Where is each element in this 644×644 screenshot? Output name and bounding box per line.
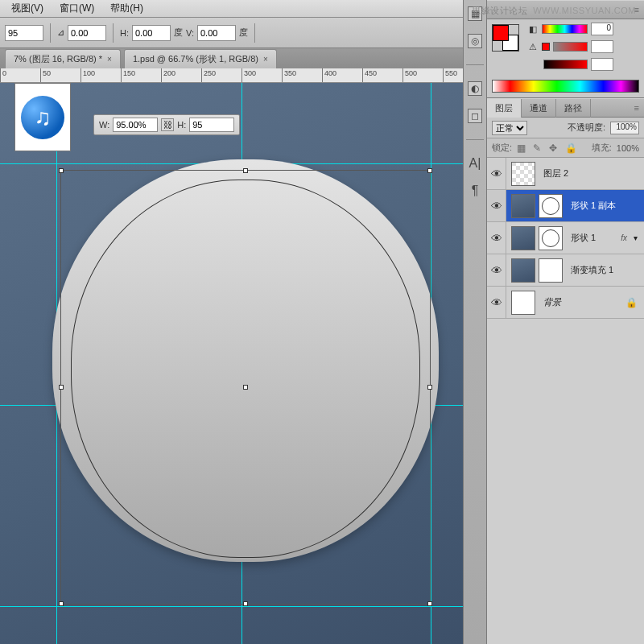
- character-panel-icon[interactable]: A|: [469, 156, 481, 171]
- chevron-down-icon[interactable]: ▾: [634, 233, 644, 242]
- tab-label: 7% (图层 16, RGB/8) *: [14, 53, 102, 65]
- hue-slider[interactable]: [542, 24, 588, 34]
- layer-row[interactable]: 👁 形状 1 fx ▾: [487, 222, 644, 254]
- paragraph-panel-icon[interactable]: ¶: [472, 184, 479, 198]
- right-panel-column: ≡ ◧ 0 ⚠ 图层: [487, 0, 644, 644]
- link-aspect-icon[interactable]: ⛓: [161, 118, 174, 131]
- layer-effects-icon[interactable]: fx: [614, 233, 634, 242]
- tab-layers[interactable]: 图层: [487, 99, 522, 118]
- h-value-input[interactable]: [189, 118, 234, 132]
- ruler-horizontal: [0, 68, 487, 83]
- layer-thumbnail[interactable]: [511, 162, 535, 186]
- panel-menu-icon[interactable]: ≡: [630, 103, 644, 113]
- h-label: H:: [120, 28, 129, 38]
- layer-row[interactable]: 👁 图层 2: [487, 158, 644, 190]
- layer-row[interactable]: 👁 形状 1 副本: [487, 190, 644, 222]
- doc-tab-1[interactable]: 7% (图层 16, RGB/8) * ×: [5, 49, 121, 68]
- vector-mask-thumbnail[interactable]: [539, 226, 563, 250]
- close-icon[interactable]: ×: [107, 55, 112, 64]
- w-value-input[interactable]: [113, 118, 158, 132]
- bri-value[interactable]: [591, 58, 613, 71]
- blend-mode-select[interactable]: 正常: [492, 121, 527, 135]
- visibility-icon[interactable]: 👁: [487, 254, 506, 286]
- transform-handle[interactable]: [59, 168, 64, 173]
- menu-view[interactable]: 视图(V): [3, 2, 52, 15]
- v-label: V:: [186, 28, 194, 38]
- lock-transparency-icon[interactable]: ▦: [517, 142, 528, 154]
- panel-menu-icon[interactable]: ≡: [630, 5, 644, 14]
- layer-name[interactable]: 渐变填充 1: [568, 264, 644, 276]
- degree-label-2: 度: [239, 27, 248, 39]
- layer-mask-thumbnail[interactable]: [539, 258, 563, 283]
- lock-icon: 🔒: [625, 297, 644, 308]
- visibility-icon[interactable]: 👁: [487, 222, 506, 254]
- hue-value[interactable]: 0: [591, 23, 613, 35]
- layer-thumbnail[interactable]: [511, 258, 535, 283]
- fill-label: 填充:: [592, 142, 612, 154]
- transform-handle[interactable]: [59, 601, 64, 606]
- layer-thumbnail[interactable]: [511, 291, 535, 315]
- vector-mask-thumbnail[interactable]: [539, 194, 563, 218]
- shape-path-outline: [71, 180, 420, 558]
- delta-input[interactable]: [68, 25, 106, 41]
- h-label: H:: [177, 120, 186, 130]
- layer-name[interactable]: 形状 1: [568, 232, 614, 244]
- transform-handle[interactable]: [427, 601, 432, 606]
- h-input[interactable]: [132, 25, 171, 41]
- tab-label: 1.psd @ 66.7% (形状 1, RGB/8): [133, 53, 258, 65]
- canvas-area[interactable]: [0, 83, 463, 644]
- v-input[interactable]: [197, 25, 236, 41]
- layer-row[interactable]: 👁 背景 🔒: [487, 287, 644, 319]
- styles-icon[interactable]: ◎: [468, 34, 482, 48]
- sat-slider[interactable]: [553, 42, 588, 52]
- layer-name[interactable]: 形状 1 副本: [568, 200, 644, 212]
- menu-help[interactable]: 帮助(H): [102, 2, 151, 15]
- menu-window[interactable]: 窗口(W): [52, 2, 102, 15]
- guide-horizontal[interactable]: [0, 606, 463, 607]
- sat-value[interactable]: [591, 40, 613, 53]
- color-panel: ◧ 0 ⚠: [487, 19, 644, 98]
- layer-name[interactable]: 背景: [540, 296, 625, 308]
- adjustments-icon[interactable]: ◐: [468, 81, 482, 96]
- delta-icon: ⊿: [57, 27, 64, 38]
- foreground-background-swatch[interactable]: [492, 24, 519, 52]
- layer-thumbnail[interactable]: [511, 226, 535, 250]
- visibility-icon[interactable]: 👁: [487, 158, 506, 189]
- visibility-icon[interactable]: 👁: [487, 190, 506, 221]
- layer-thumbnail[interactable]: [511, 194, 535, 218]
- lock-row: 锁定: ▦ ✎ ✥ 🔒 填充: 100%: [487, 138, 644, 158]
- warn-icon: ⚠: [529, 42, 539, 52]
- degree-label: 度: [174, 27, 183, 39]
- tab-paths[interactable]: 路径: [556, 99, 591, 118]
- bri-slider[interactable]: [543, 60, 588, 69]
- reference-thumbnail: ♫: [14, 83, 71, 151]
- close-icon[interactable]: ×: [263, 55, 268, 64]
- layer-name[interactable]: 图层 2: [540, 167, 644, 180]
- layers-options-row: 正常 不透明度: 100%: [487, 118, 644, 138]
- visibility-icon[interactable]: 👁: [487, 287, 506, 318]
- opacity-label: 不透明度:: [568, 122, 605, 134]
- color-swatch-mini: [542, 43, 550, 51]
- foreground-color-swatch[interactable]: [493, 25, 509, 41]
- layer-row[interactable]: 👁 渐变填充 1: [487, 254, 644, 287]
- opacity-value[interactable]: 100%: [610, 122, 639, 134]
- transform-handle[interactable]: [427, 385, 432, 390]
- tab-channels[interactable]: 通道: [522, 99, 556, 118]
- doc-tab-2[interactable]: 1.psd @ 66.7% (形状 1, RGB/8) ×: [124, 49, 277, 68]
- layers-panel-header: 图层 通道 路径 ≡: [487, 98, 644, 118]
- transform-handle[interactable]: [427, 168, 432, 173]
- fill-value[interactable]: 100%: [617, 143, 639, 153]
- transform-handle[interactable]: [59, 385, 64, 390]
- swatches-icon[interactable]: ▦: [468, 6, 482, 21]
- lock-position-icon[interactable]: ✥: [549, 142, 560, 154]
- itunes-icon: ♫: [21, 96, 64, 139]
- masks-icon[interactable]: ◻: [468, 109, 482, 123]
- collapsed-panel-strip: ▦ ◎ ◐ ◻ A| ¶: [463, 0, 487, 644]
- color-spectrum[interactable]: [492, 80, 639, 93]
- x-input[interactable]: [5, 25, 43, 41]
- lock-all-icon[interactable]: 🔒: [565, 142, 576, 154]
- transform-handle[interactable]: [243, 601, 248, 606]
- lock-pixels-icon[interactable]: ✎: [533, 142, 544, 154]
- transform-wh-readout: W: ⛓ H:: [93, 114, 240, 135]
- transform-handle[interactable]: [243, 168, 248, 173]
